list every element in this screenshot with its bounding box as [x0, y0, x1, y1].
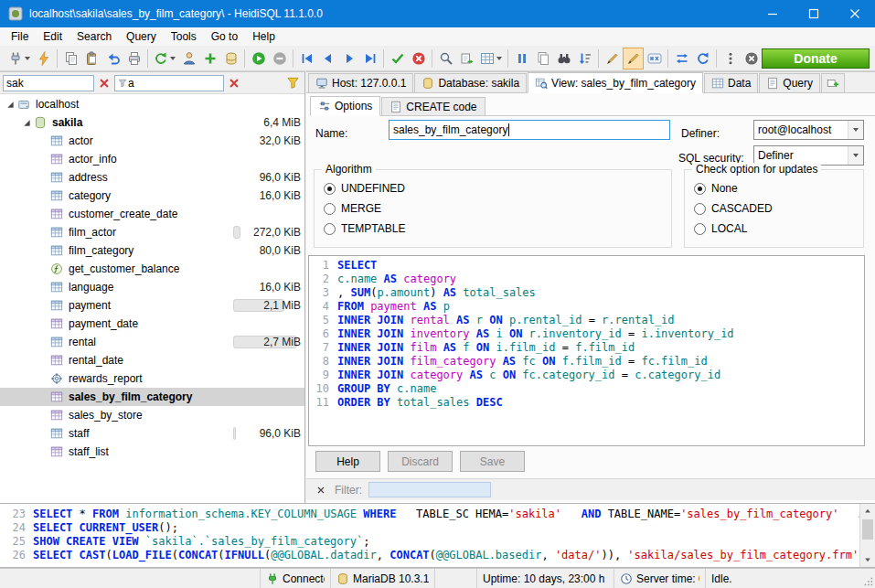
- radio-temptable[interactable]: TEMPTABLE: [324, 221, 405, 236]
- tree-item-language[interactable]: language16,0 KiB: [0, 278, 304, 296]
- clear-table-filter-button[interactable]: [226, 75, 242, 91]
- table-filter-input[interactable]: [128, 77, 221, 90]
- menu-edit[interactable]: Edit: [36, 28, 69, 45]
- tree-item-actor[interactable]: actor32,0 KiB: [0, 132, 304, 150]
- next-row-button[interactable]: [338, 48, 359, 69]
- donate-button[interactable]: Donate: [762, 48, 870, 69]
- tree-item-payment[interactable]: payment2,1 MiB: [0, 296, 304, 315]
- tree-item-address[interactable]: address96,0 KiB: [0, 168, 304, 187]
- save-button[interactable]: Save: [460, 451, 525, 472]
- database-filter-input[interactable]: [3, 75, 94, 91]
- resize-grip-icon[interactable]: [861, 574, 874, 587]
- combo-arrow-icon[interactable]: [848, 121, 863, 139]
- tree-item-actor-info[interactable]: actor_info: [0, 150, 304, 168]
- last-row-button[interactable]: [359, 48, 380, 69]
- session-manager-button[interactable]: [5, 48, 33, 69]
- export-rows-button[interactable]: [456, 48, 477, 69]
- menu-query[interactable]: Query: [119, 28, 164, 45]
- database-tools-button[interactable]: [220, 48, 241, 69]
- syntax-highlight-button[interactable]: [623, 48, 644, 69]
- expand-arrow-icon[interactable]: [4, 101, 16, 109]
- cancel-operation-button[interactable]: [741, 48, 762, 69]
- tab-host-127-0-0-1[interactable]: Host: 127.0.0.1: [308, 73, 413, 92]
- search-button[interactable]: [435, 48, 456, 69]
- tree-item-rental-date[interactable]: rental_date: [0, 351, 304, 369]
- cancel-editing-button[interactable]: [408, 48, 429, 69]
- post-changes-button[interactable]: [387, 48, 408, 69]
- definer-combobox[interactable]: root@localhost: [753, 120, 864, 140]
- radio-undefined[interactable]: UNDEFINED: [324, 181, 405, 196]
- first-row-button[interactable]: [296, 48, 317, 69]
- paste-button[interactable]: [81, 48, 102, 69]
- tree-item-rewards-report[interactable]: rewards_report: [0, 369, 304, 388]
- view-name-input[interactable]: sales_by_film_category: [389, 120, 670, 140]
- tab-view-sales-by-film-category[interactable]: View: sales_by_film_category: [528, 72, 703, 93]
- pause-button[interactable]: [511, 48, 532, 69]
- radio-none[interactable]: None: [694, 181, 773, 196]
- tab-database-sakila[interactable]: Database: sakila: [414, 73, 527, 92]
- help-button[interactable]: Help: [315, 451, 380, 472]
- combo-arrow-icon[interactable]: [848, 146, 863, 165]
- tree-item-customer-create-date[interactable]: customer_create_date: [0, 205, 304, 223]
- print-button[interactable]: [123, 48, 144, 69]
- discard-button[interactable]: Discard: [388, 451, 453, 472]
- tree-item-rental[interactable]: rental2,7 MiB: [0, 333, 304, 351]
- subtab-create-code[interactable]: CREATE code: [381, 97, 485, 115]
- more-tools-button[interactable]: [720, 48, 741, 69]
- previous-row-button[interactable]: [317, 48, 338, 69]
- menu-help[interactable]: Help: [245, 28, 283, 45]
- tree-item-sales-by-store[interactable]: sales_by_store: [0, 406, 304, 424]
- minimize-button[interactable]: [752, 0, 793, 27]
- maximize-button[interactable]: [793, 0, 834, 27]
- menu-go-to[interactable]: Go to: [204, 28, 245, 45]
- copy-button[interactable]: [60, 48, 81, 69]
- grid-view-button[interactable]: [477, 48, 505, 69]
- scroll-down-button[interactable]: [860, 552, 875, 567]
- tab-data[interactable]: Data: [704, 73, 758, 92]
- radio-local[interactable]: LOCAL: [694, 221, 773, 236]
- clear-database-filter-button[interactable]: [96, 75, 112, 91]
- sql-editor[interactable]: 1SELECT2c.name AS category3, SUM(p.amoun…: [308, 255, 865, 446]
- close-filter-button[interactable]: [314, 483, 328, 497]
- tree-item-sales-by-film-category[interactable]: sales_by_film_category: [0, 388, 304, 406]
- tree-item-staff[interactable]: staff96,0 KiB: [0, 424, 304, 443]
- filter-favorites-button[interactable]: [283, 74, 302, 92]
- find-text-button[interactable]: [553, 48, 574, 69]
- menu-search[interactable]: Search: [69, 28, 119, 45]
- tree-item-localhost[interactable]: localhost: [0, 95, 304, 113]
- edit-pen-button[interactable]: [602, 48, 623, 69]
- tree-item-get-customer-balance[interactable]: get_customer_balance: [0, 260, 304, 278]
- stop-button[interactable]: [269, 48, 290, 69]
- subtab-options[interactable]: Options: [310, 96, 380, 116]
- reconnect-button[interactable]: [692, 48, 713, 69]
- query-log-panel[interactable]: 23SELECT * FROM information_schema.KEY_C…: [0, 503, 875, 568]
- sort-button[interactable]: [574, 48, 595, 69]
- tree-item-staff-list[interactable]: staff_list: [0, 443, 304, 461]
- tree-item-film-actor[interactable]: film_actor272,0 KiB: [0, 223, 304, 241]
- scrollbar-thumb[interactable]: [862, 519, 873, 540]
- tree-item-film-category[interactable]: film_category80,0 KiB: [0, 241, 304, 260]
- create-new-button[interactable]: [199, 48, 220, 69]
- disconnect-button[interactable]: [33, 48, 54, 69]
- refresh-button[interactable]: [151, 48, 178, 69]
- hex-view-button[interactable]: [644, 48, 665, 69]
- log-scrollbar[interactable]: [859, 504, 875, 567]
- swap-button[interactable]: [671, 48, 692, 69]
- tab-query[interactable]: Query: [759, 73, 820, 92]
- tree-item-sakila[interactable]: sakila6,4 MiB: [0, 113, 304, 132]
- radio-cascaded[interactable]: CASCADED: [694, 201, 773, 216]
- new-query-tab-button[interactable]: [821, 73, 845, 92]
- tree-item-category[interactable]: category16,0 KiB: [0, 187, 304, 205]
- radio-merge[interactable]: MERGE: [324, 201, 405, 216]
- copy-documents-button[interactable]: [532, 48, 553, 69]
- menu-tools[interactable]: Tools: [164, 28, 204, 45]
- tree-item-payment-date[interactable]: payment_date: [0, 315, 304, 333]
- menu-file[interactable]: File: [4, 28, 36, 45]
- close-button[interactable]: [834, 0, 875, 27]
- expand-arrow-icon[interactable]: [20, 119, 33, 127]
- scroll-up-button[interactable]: [860, 504, 875, 519]
- execute-sql-button[interactable]: [248, 48, 269, 69]
- undo-button[interactable]: [102, 48, 123, 69]
- filter-input[interactable]: [368, 482, 491, 497]
- user-manager-button[interactable]: [178, 48, 199, 69]
